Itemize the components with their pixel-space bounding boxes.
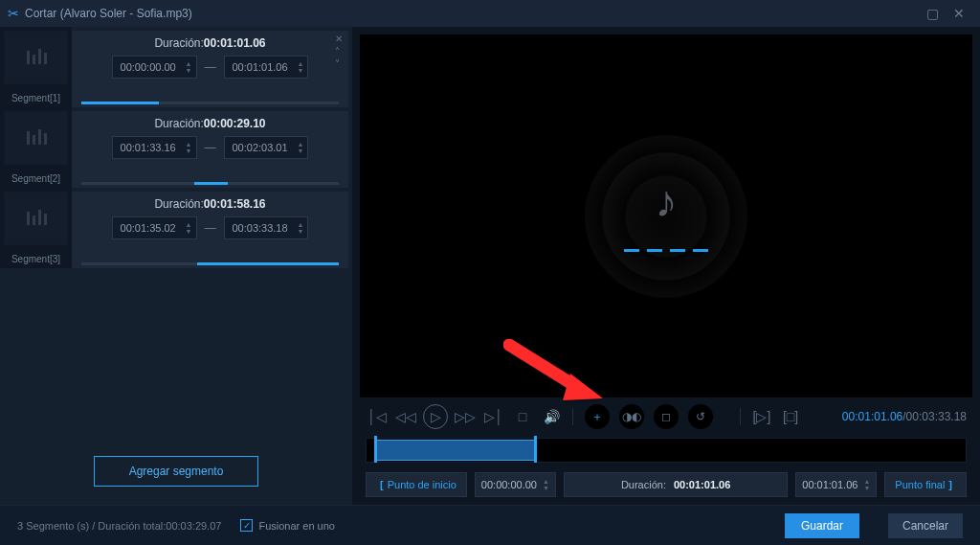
rewind-icon[interactable]: ◁◁	[394, 409, 417, 424]
music-note-icon: ♪	[656, 175, 678, 227]
segment-start-input[interactable]: 00:00:00.00▲▼	[112, 56, 197, 79]
step-down-icon[interactable]: ▼	[298, 67, 304, 74]
segment-end-input[interactable]: 00:02:03.01▲▼	[224, 136, 309, 159]
dash: —	[205, 141, 216, 154]
duration-input[interactable]: Duración:00:01:01.06	[564, 472, 788, 497]
timeline-handle-end[interactable]	[531, 436, 541, 463]
maximize-button[interactable]: ▢	[919, 6, 946, 21]
audio-disc-icon: ♪	[585, 135, 747, 298]
segment-row: Segment[1] ✕ ˄ ˅ Duración:00:01:01.06 00…	[0, 27, 352, 107]
segment-end-input[interactable]: 00:01:01.06▲▼	[224, 56, 309, 79]
undo-button[interactable]: ↺	[688, 404, 713, 429]
segment-range[interactable]	[81, 182, 339, 185]
timeline[interactable]	[366, 438, 967, 463]
timeline-handle-start[interactable]	[371, 436, 381, 463]
segment-thumb[interactable]	[4, 192, 68, 245]
step-up-icon[interactable]: ▲	[298, 141, 304, 148]
play-button[interactable]: ▷	[423, 404, 448, 429]
duration-label: Duración:	[154, 197, 203, 211]
scissors-icon: ✂	[8, 6, 19, 21]
start-time-input[interactable]: 00:00:00.00▲▼	[475, 472, 556, 497]
dash: —	[205, 60, 216, 74]
segment-row: Segment[3] Duración:00:01:58.16 00:01:35…	[0, 188, 352, 268]
duration-label: Duración:	[154, 36, 203, 50]
skip-end-icon[interactable]: ▷│	[482, 409, 505, 424]
forward-icon[interactable]: ▷▷	[454, 409, 477, 424]
checkbox-icon: ✓	[240, 519, 253, 532]
duration-label: Duración:	[154, 117, 203, 130]
segment-range[interactable]	[81, 262, 339, 265]
start-point-button[interactable]: [Punto de inicio	[366, 472, 467, 497]
duration-value: 00:01:58.16	[204, 197, 266, 211]
segment-start-input[interactable]: 00:01:33.16▲▼	[112, 136, 197, 159]
step-down-icon[interactable]: ▼	[186, 228, 192, 235]
window-title: Cortar (Alvaro Soler - Sofia.mp3)	[25, 7, 192, 20]
close-icon[interactable]: ✕	[335, 34, 343, 44]
preview-pane: ♪	[360, 34, 972, 397]
duration-value: 00:00:29.10	[204, 117, 266, 130]
end-point-button[interactable]: Punto final]	[884, 472, 967, 497]
add-marker-button[interactable]: ＋	[585, 404, 610, 429]
close-button[interactable]: ✕	[946, 6, 972, 21]
segment-card[interactable]: ✕ ˄ ˅ Duración:00:01:01.06 00:00:00.00▲▼…	[72, 31, 348, 107]
playback-controls: │◁ ◁◁ ▷ ▷▷ ▷│ □ 🔊 ＋ ◑◐ ◻ ↺ [▷] [□] 00:01…	[356, 401, 976, 432]
split-button[interactable]: ◑◐	[619, 404, 644, 429]
merge-checkbox[interactable]: ✓ Fusionar en uno	[240, 519, 335, 532]
add-segment-button[interactable]: Agregar segmento	[94, 456, 259, 487]
chevron-down-icon[interactable]: ˅	[335, 59, 343, 69]
timeline-selection[interactable]	[374, 440, 535, 461]
volume-icon[interactable]: 🔊	[540, 409, 563, 424]
step-up-icon[interactable]: ▲	[298, 221, 304, 228]
skip-start-icon[interactable]: │◁	[366, 409, 389, 424]
step-up-icon[interactable]: ▲	[186, 60, 192, 67]
cancel-button[interactable]: Cancelar	[888, 513, 963, 538]
segment-card[interactable]: Duración:00:01:58.16 00:01:35.02▲▼ — 00:…	[72, 192, 348, 268]
segment-label: Segment[1]	[0, 88, 72, 107]
segment-thumb[interactable]	[4, 111, 68, 165]
segment-row: Segment[2] Duración:00:00:29.10 00:01:33…	[0, 107, 352, 188]
segment-end-input[interactable]: 00:03:33.18▲▼	[224, 216, 309, 239]
step-down-icon[interactable]: ▼	[298, 228, 304, 235]
stop-icon[interactable]: □	[511, 409, 534, 424]
step-down-icon[interactable]: ▼	[186, 148, 192, 154]
step-down-icon[interactable]: ▼	[186, 67, 192, 74]
segment-label: Segment[2]	[0, 169, 72, 188]
step-up-icon[interactable]: ▲	[186, 221, 192, 228]
step-up-icon[interactable]: ▲	[186, 141, 192, 148]
chevron-up-icon[interactable]: ˄	[335, 47, 343, 57]
time-display: 00:01:01.06/00:03:33.18	[842, 410, 967, 423]
segment-thumb[interactable]	[4, 31, 68, 84]
duration-value: 00:01:01.06	[204, 36, 266, 50]
mark-out-icon[interactable]: [□]	[779, 409, 802, 424]
segment-range[interactable]	[81, 102, 339, 104]
segment-card[interactable]: Duración:00:00:29.10 00:01:33.16▲▼ — 00:…	[72, 111, 348, 188]
dash: —	[205, 221, 216, 235]
mark-in-icon[interactable]: [▷]	[750, 409, 773, 424]
titlebar: ✂ Cortar (Alvaro Soler - Sofia.mp3) ▢ ✕	[0, 0, 980, 27]
merge-label: Fusionar en uno	[258, 520, 335, 532]
status-text: 3 Segmento (s) / Duración total:00:03:29…	[17, 520, 221, 532]
end-time-input[interactable]: 00:01:01.06▲▼	[795, 472, 877, 497]
step-up-icon[interactable]: ▲	[298, 60, 304, 67]
crop-button[interactable]: ◻	[654, 404, 679, 429]
save-button[interactable]: Guardar	[785, 513, 859, 538]
segment-label: Segment[3]	[0, 249, 72, 268]
segment-start-input[interactable]: 00:01:35.02▲▼	[112, 216, 197, 239]
step-down-icon[interactable]: ▼	[298, 148, 304, 154]
